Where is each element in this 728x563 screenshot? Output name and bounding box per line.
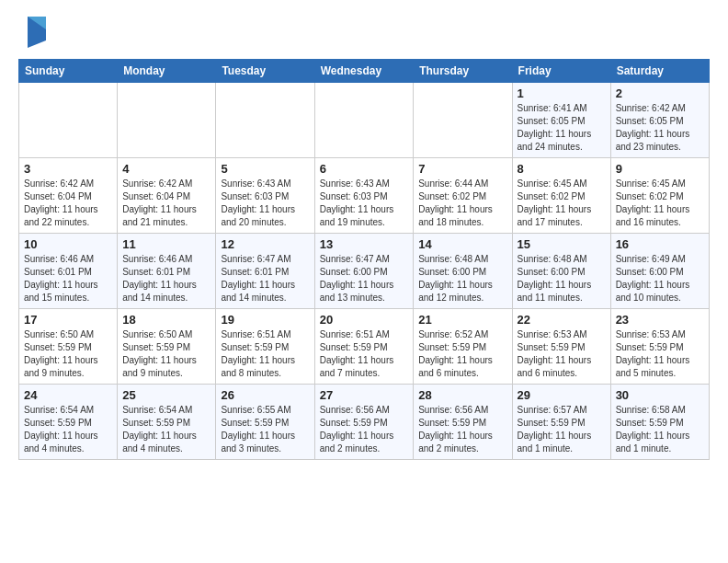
- day-number: 14: [418, 237, 506, 251]
- calendar-cell: 13Sunrise: 6:47 AM Sunset: 6:00 PM Dayli…: [314, 234, 414, 309]
- calendar-cell: 25Sunrise: 6:54 AM Sunset: 5:59 PM Dayli…: [118, 385, 216, 460]
- calendar-cell: 18Sunrise: 6:50 AM Sunset: 5:59 PM Dayli…: [118, 309, 216, 385]
- day-number: 3: [24, 162, 112, 176]
- day-info: Sunrise: 6:42 AM Sunset: 6:04 PM Dayligh…: [122, 178, 210, 229]
- calendar-cell: 28Sunrise: 6:56 AM Sunset: 5:59 PM Dayli…: [414, 385, 512, 460]
- day-number: 28: [418, 388, 506, 402]
- day-info: Sunrise: 6:50 AM Sunset: 5:59 PM Dayligh…: [24, 328, 112, 380]
- day-info: Sunrise: 6:45 AM Sunset: 6:02 PM Dayligh…: [616, 178, 704, 229]
- calendar-cell: 3Sunrise: 6:42 AM Sunset: 6:04 PM Daylig…: [19, 158, 118, 234]
- page-header: [18, 9, 710, 52]
- day-info: Sunrise: 6:42 AM Sunset: 6:05 PM Dayligh…: [616, 102, 704, 154]
- day-number: 12: [221, 237, 309, 251]
- day-info: Sunrise: 6:52 AM Sunset: 5:59 PM Dayligh…: [418, 328, 506, 380]
- calendar-cell: 27Sunrise: 6:56 AM Sunset: 5:59 PM Dayli…: [314, 385, 414, 460]
- calendar-cell: 23Sunrise: 6:53 AM Sunset: 5:59 PM Dayli…: [610, 309, 709, 385]
- calendar-week-3: 10Sunrise: 6:46 AM Sunset: 6:01 PM Dayli…: [19, 234, 710, 309]
- day-info: Sunrise: 6:42 AM Sunset: 6:04 PM Dayligh…: [24, 178, 112, 229]
- calendar-cell: 26Sunrise: 6:55 AM Sunset: 5:59 PM Dayli…: [216, 385, 314, 460]
- day-info: Sunrise: 6:46 AM Sunset: 6:01 PM Dayligh…: [122, 253, 210, 304]
- day-info: Sunrise: 6:53 AM Sunset: 5:59 PM Dayligh…: [616, 328, 704, 380]
- day-header-monday: Monday: [118, 60, 216, 83]
- calendar-cell: 2Sunrise: 6:42 AM Sunset: 6:05 PM Daylig…: [610, 83, 709, 158]
- calendar-week-2: 3Sunrise: 6:42 AM Sunset: 6:04 PM Daylig…: [19, 158, 710, 234]
- calendar-cell: 9Sunrise: 6:45 AM Sunset: 6:02 PM Daylig…: [610, 158, 709, 234]
- calendar-header-row: SundayMondayTuesdayWednesdayThursdayFrid…: [19, 60, 710, 83]
- calendar-cell: 30Sunrise: 6:58 AM Sunset: 5:59 PM Dayli…: [610, 385, 709, 460]
- day-number: 15: [518, 237, 606, 251]
- calendar-cell: [19, 83, 118, 158]
- day-number: 4: [122, 162, 210, 176]
- day-number: 27: [320, 388, 409, 402]
- calendar-cell: 7Sunrise: 6:44 AM Sunset: 6:02 PM Daylig…: [414, 158, 512, 234]
- day-number: 2: [616, 86, 704, 100]
- day-number: 8: [518, 162, 606, 176]
- day-number: 13: [320, 237, 409, 251]
- calendar-cell: 6Sunrise: 6:43 AM Sunset: 6:03 PM Daylig…: [314, 158, 414, 234]
- calendar-week-5: 24Sunrise: 6:54 AM Sunset: 5:59 PM Dayli…: [19, 385, 710, 460]
- day-number: 10: [24, 237, 112, 251]
- calendar-cell: 15Sunrise: 6:48 AM Sunset: 6:00 PM Dayli…: [512, 234, 610, 309]
- calendar-cell: 22Sunrise: 6:53 AM Sunset: 5:59 PM Dayli…: [512, 309, 610, 385]
- day-header-wednesday: Wednesday: [314, 60, 414, 83]
- day-number: 7: [418, 162, 506, 176]
- calendar-cell: 17Sunrise: 6:50 AM Sunset: 5:59 PM Dayli…: [19, 309, 118, 385]
- day-info: Sunrise: 6:48 AM Sunset: 6:00 PM Dayligh…: [418, 253, 506, 304]
- calendar-cell: 19Sunrise: 6:51 AM Sunset: 5:59 PM Dayli…: [216, 309, 314, 385]
- day-info: Sunrise: 6:47 AM Sunset: 6:00 PM Dayligh…: [320, 253, 409, 304]
- day-info: Sunrise: 6:58 AM Sunset: 5:59 PM Dayligh…: [616, 404, 704, 455]
- day-number: 16: [616, 237, 704, 251]
- day-info: Sunrise: 6:51 AM Sunset: 5:59 PM Dayligh…: [320, 328, 409, 380]
- day-info: Sunrise: 6:56 AM Sunset: 5:59 PM Dayligh…: [418, 404, 506, 455]
- day-info: Sunrise: 6:51 AM Sunset: 5:59 PM Dayligh…: [221, 328, 309, 380]
- calendar-cell: 20Sunrise: 6:51 AM Sunset: 5:59 PM Dayli…: [314, 309, 414, 385]
- day-number: 21: [418, 313, 506, 327]
- calendar-cell: [314, 83, 414, 158]
- calendar-cell: 29Sunrise: 6:57 AM Sunset: 5:59 PM Dayli…: [512, 385, 610, 460]
- day-number: 24: [24, 388, 112, 402]
- day-info: Sunrise: 6:48 AM Sunset: 6:00 PM Dayligh…: [518, 253, 606, 304]
- day-header-saturday: Saturday: [610, 60, 709, 83]
- day-header-thursday: Thursday: [414, 60, 512, 83]
- day-info: Sunrise: 6:53 AM Sunset: 5:59 PM Dayligh…: [518, 328, 606, 380]
- calendar-cell: 1Sunrise: 6:41 AM Sunset: 6:05 PM Daylig…: [512, 83, 610, 158]
- calendar-week-1: 1Sunrise: 6:41 AM Sunset: 6:05 PM Daylig…: [19, 83, 710, 158]
- day-info: Sunrise: 6:54 AM Sunset: 5:59 PM Dayligh…: [122, 404, 210, 455]
- day-header-tuesday: Tuesday: [216, 60, 314, 83]
- day-number: 22: [518, 313, 606, 327]
- day-info: Sunrise: 6:43 AM Sunset: 6:03 PM Dayligh…: [221, 178, 309, 229]
- calendar-cell: 24Sunrise: 6:54 AM Sunset: 5:59 PM Dayli…: [19, 385, 118, 460]
- day-number: 23: [616, 313, 704, 327]
- day-info: Sunrise: 6:54 AM Sunset: 5:59 PM Dayligh…: [24, 404, 112, 455]
- day-info: Sunrise: 6:41 AM Sunset: 6:05 PM Dayligh…: [518, 102, 606, 154]
- day-info: Sunrise: 6:50 AM Sunset: 5:59 PM Dayligh…: [122, 328, 210, 380]
- logo: [18, 15, 50, 52]
- day-number: 30: [616, 388, 704, 402]
- day-info: Sunrise: 6:49 AM Sunset: 6:00 PM Dayligh…: [616, 253, 704, 304]
- day-header-sunday: Sunday: [19, 60, 118, 83]
- day-info: Sunrise: 6:55 AM Sunset: 5:59 PM Dayligh…: [221, 404, 309, 455]
- calendar-cell: 8Sunrise: 6:45 AM Sunset: 6:02 PM Daylig…: [512, 158, 610, 234]
- day-number: 20: [320, 313, 409, 327]
- day-header-friday: Friday: [512, 60, 610, 83]
- calendar-cell: [414, 83, 512, 158]
- day-info: Sunrise: 6:56 AM Sunset: 5:59 PM Dayligh…: [320, 404, 409, 455]
- day-number: 1: [518, 86, 606, 100]
- calendar-cell: 5Sunrise: 6:43 AM Sunset: 6:03 PM Daylig…: [216, 158, 314, 234]
- day-number: 11: [122, 237, 210, 251]
- day-number: 26: [221, 388, 309, 402]
- day-number: 25: [122, 388, 210, 402]
- day-info: Sunrise: 6:57 AM Sunset: 5:59 PM Dayligh…: [518, 404, 606, 455]
- day-info: Sunrise: 6:46 AM Sunset: 6:01 PM Dayligh…: [24, 253, 112, 304]
- day-info: Sunrise: 6:43 AM Sunset: 6:03 PM Dayligh…: [320, 178, 409, 229]
- day-number: 9: [616, 162, 704, 176]
- day-number: 5: [221, 162, 309, 176]
- calendar-cell: 14Sunrise: 6:48 AM Sunset: 6:00 PM Dayli…: [414, 234, 512, 309]
- calendar-table: SundayMondayTuesdayWednesdayThursdayFrid…: [18, 59, 710, 460]
- logo-icon: [20, 15, 50, 52]
- day-number: 29: [518, 388, 606, 402]
- day-number: 18: [122, 313, 210, 327]
- day-info: Sunrise: 6:47 AM Sunset: 6:01 PM Dayligh…: [221, 253, 309, 304]
- day-number: 19: [221, 313, 309, 327]
- day-info: Sunrise: 6:44 AM Sunset: 6:02 PM Dayligh…: [418, 178, 506, 229]
